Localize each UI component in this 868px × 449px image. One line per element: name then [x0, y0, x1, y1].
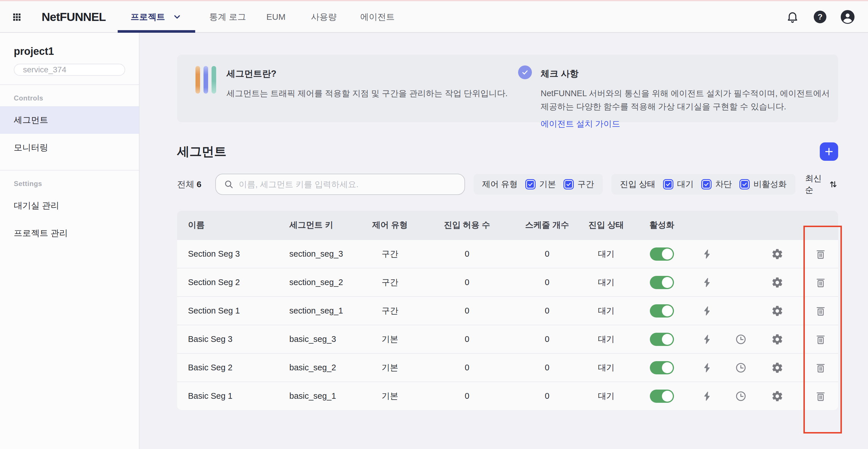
entry-allowed-value: 0: [412, 334, 522, 344]
active-tab-underline: [118, 30, 195, 33]
segment-key: section_seg_2: [278, 278, 367, 287]
delete-trash-icon[interactable]: [803, 390, 838, 402]
delete-trash-icon[interactable]: [803, 305, 838, 317]
search-input[interactable]: [239, 180, 456, 189]
search-icon: [224, 179, 234, 189]
netfunnel-logo: NetFUNNEL: [42, 1, 105, 33]
enabled-toggle[interactable]: [650, 333, 674, 346]
control-type-value: 기본: [367, 334, 412, 345]
banner-left-description: 세그먼트는 트래픽 제어를 적용할 지점 및 구간을 관리하는 작업 단위입니다…: [226, 87, 508, 100]
nav-tab-eum[interactable]: EUM: [267, 1, 286, 33]
banner-right-title: 체크 사항: [540, 68, 836, 80]
service-selector[interactable]: service_374: [14, 64, 125, 76]
schedule-count-value: 0: [522, 249, 572, 259]
checkbox-checked-icon[interactable]: [563, 179, 574, 189]
table-header-row: 이름 세그먼트 키 제어 유형 진입 허용 수 스케줄 개수 진입 상태 활성화: [177, 211, 838, 239]
settings-gear-icon[interactable]: [752, 333, 803, 346]
agent-install-guide-link[interactable]: 에이전트 설치 가이드: [540, 118, 620, 130]
banner-right-description: NetFUNNEL 서버와의 통신을 위해 에이전트 설치가 필수적이며, 에이…: [540, 87, 836, 113]
control-type-filter: 제어 유형 기본 구간: [474, 174, 603, 194]
nav-tab-agent[interactable]: 에이전트: [360, 1, 395, 33]
entry-state-value: 대기: [572, 362, 640, 373]
filter-option-inactive-label: 비활성화: [753, 179, 787, 190]
filter-option-basic[interactable]: 기본: [525, 179, 556, 190]
entry-state-value: 대기: [572, 334, 640, 345]
help-icon[interactable]: ?: [814, 1, 826, 33]
filter-option-waiting[interactable]: 대기: [663, 179, 694, 190]
delete-trash-icon[interactable]: [803, 276, 838, 289]
column-header-segment-key: 세그먼트 키: [278, 219, 367, 231]
table-row: Section Seg 1 section_seg_1 구간 0 0 대기: [177, 296, 838, 325]
quick-control-icon[interactable]: [684, 248, 730, 260]
settings-gear-icon[interactable]: [752, 305, 803, 317]
nav-tab-stats-log[interactable]: 통계 로그: [209, 1, 246, 33]
entry-state-filter: 진입 상태 대기 차단 비활성화: [611, 174, 795, 194]
schedule-count-value: 0: [522, 391, 572, 401]
banner-left-title: 세그먼트란?: [226, 68, 508, 80]
nav-tab-project[interactable]: 프로젝트: [131, 1, 182, 33]
entry-allowed-value: 0: [412, 278, 522, 287]
quick-control-icon[interactable]: [684, 362, 730, 373]
settings-gear-icon[interactable]: [752, 362, 803, 374]
settings-gear-icon[interactable]: [752, 276, 803, 289]
filter-option-section[interactable]: 구간: [563, 179, 594, 190]
total-label: 전체: [177, 179, 194, 189]
filter-option-section-label: 구간: [578, 179, 594, 190]
delete-trash-icon[interactable]: [803, 333, 838, 346]
account-icon[interactable]: [841, 1, 855, 33]
settings-gear-icon[interactable]: [752, 248, 803, 260]
add-segment-button[interactable]: [820, 142, 838, 161]
quick-control-icon[interactable]: [684, 334, 730, 345]
column-header-control-type: 제어 유형: [367, 219, 412, 231]
table-row: Basic Seg 2 basic_seg_2 기본 0 0 대기: [177, 353, 838, 382]
enabled-toggle[interactable]: [650, 276, 674, 289]
toggle-knob: [662, 391, 673, 401]
segment-key: basic_seg_2: [278, 363, 367, 372]
checkbox-checked-icon[interactable]: [739, 179, 750, 189]
schedule-clock-icon[interactable]: [730, 362, 752, 374]
segment-name: Basic Seg 2: [177, 363, 278, 372]
enabled-toggle[interactable]: [650, 304, 674, 318]
checkbox-checked-icon[interactable]: [701, 179, 712, 189]
delete-trash-icon[interactable]: [803, 362, 838, 374]
delete-trash-icon[interactable]: [803, 248, 838, 260]
sidebar-item-segment[interactable]: 세그먼트: [0, 106, 139, 134]
sidebar-item-monitoring[interactable]: 모니터링: [0, 134, 139, 161]
quick-control-icon[interactable]: [684, 277, 730, 288]
filter-option-waiting-label: 대기: [677, 179, 694, 190]
entry-allowed-value: 0: [412, 306, 522, 316]
sort-latest[interactable]: 최신순: [805, 173, 838, 196]
apps-grid-icon[interactable]: [12, 1, 21, 33]
entry-state-value: 대기: [572, 277, 640, 288]
segment-key: section_seg_1: [278, 306, 367, 316]
enabled-toggle[interactable]: [650, 247, 674, 261]
schedule-count-value: 0: [522, 306, 572, 316]
column-header-entry-state: 진입 상태: [572, 219, 640, 231]
checkbox-checked-icon[interactable]: [663, 179, 673, 189]
sidebar-item-waiting-room[interactable]: 대기실 관리: [0, 192, 139, 219]
schedule-clock-icon[interactable]: [730, 333, 752, 346]
nav-tab-usage[interactable]: 사용량: [311, 1, 337, 33]
schedule-clock-icon[interactable]: [730, 390, 752, 402]
notifications-bell-icon[interactable]: [786, 1, 868, 33]
checkbox-checked-icon[interactable]: [525, 179, 536, 189]
sidebar-item-project-management[interactable]: 프로젝트 관리: [0, 219, 139, 247]
filter-option-blocked[interactable]: 차단: [701, 179, 732, 190]
table-row: Section Seg 2 section_seg_2 구간 0 0 대기: [177, 268, 838, 296]
schedule-count-value: 0: [522, 363, 572, 372]
toggle-knob: [662, 249, 673, 260]
settings-gear-icon[interactable]: [752, 390, 803, 402]
segment-name: Section Seg 1: [177, 306, 278, 316]
control-type-value: 구간: [367, 248, 412, 260]
filter-option-inactive[interactable]: 비활성화: [739, 179, 787, 190]
quick-control-icon[interactable]: [684, 390, 730, 402]
column-header-enabled: 활성화: [640, 219, 684, 231]
toggle-knob: [662, 305, 673, 317]
enabled-toggle[interactable]: [650, 390, 674, 403]
entry-allowed-value: 0: [412, 249, 522, 259]
quick-control-icon[interactable]: [684, 305, 730, 317]
entry-state-value: 대기: [572, 248, 640, 260]
segment-name: Section Seg 3: [177, 249, 278, 259]
sidebar: project1 service_374 Controls 세그먼트 모니터링 …: [0, 33, 140, 449]
enabled-toggle[interactable]: [650, 361, 674, 375]
